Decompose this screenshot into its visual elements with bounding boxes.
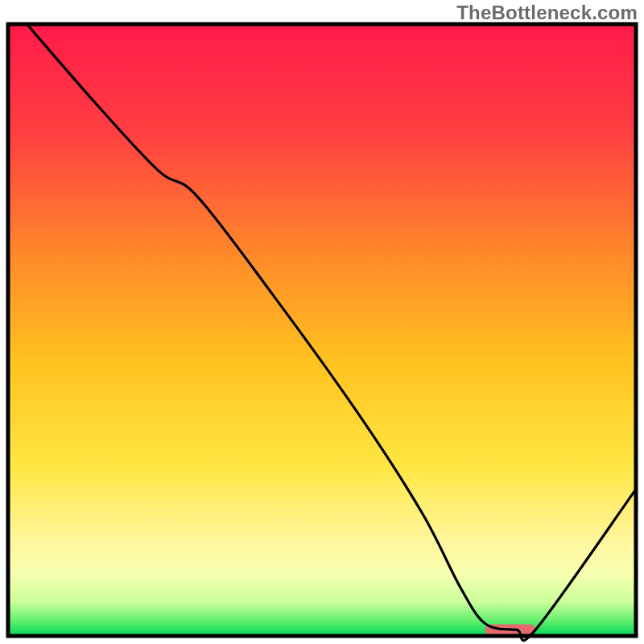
chart-container: TheBottleneck.com [0, 0, 644, 644]
watermark-text: TheBottleneck.com [456, 2, 638, 24]
bottleneck-chart [0, 0, 644, 644]
chart-background [8, 24, 636, 636]
